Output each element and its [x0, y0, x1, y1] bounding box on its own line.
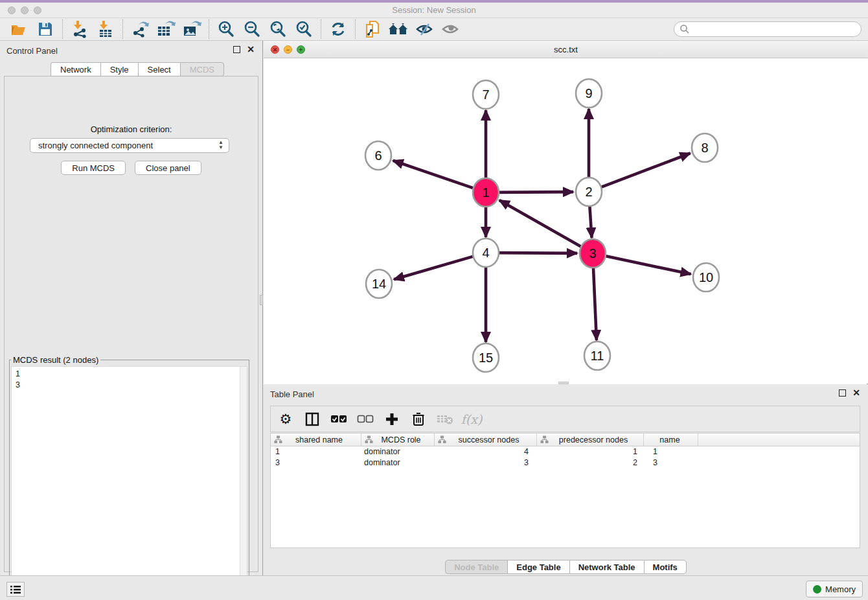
- table-cell[interactable]: 3: [644, 457, 698, 468]
- column-header-shared-name[interactable]: shared name: [271, 433, 361, 446]
- eye-icon: [440, 21, 460, 38]
- tab-motifs[interactable]: Motifs: [644, 560, 687, 574]
- import-table-button[interactable]: [93, 19, 119, 40]
- column-type-icon: [274, 435, 282, 444]
- graph-node-1[interactable]: 1: [473, 178, 499, 207]
- graph-edge-3-1[interactable]: [499, 200, 581, 247]
- mcds-result-item[interactable]: 1: [16, 369, 247, 380]
- delete-table-button[interactable]: [437, 411, 453, 428]
- table-cell[interactable]: dominator: [361, 446, 435, 457]
- export-network-button[interactable]: [127, 19, 153, 40]
- table-cell[interactable]: 1: [271, 446, 361, 457]
- network-graph[interactable]: 7968124314101511: [264, 58, 867, 384]
- graph-node-4[interactable]: 4: [473, 238, 499, 267]
- close-table-panel-icon[interactable]: ✕: [852, 389, 860, 397]
- graph-node-15[interactable]: 15: [473, 343, 499, 372]
- float-panel-icon[interactable]: [233, 46, 240, 53]
- graph-node-8[interactable]: 8: [692, 133, 718, 162]
- splitter-grip[interactable]: [260, 295, 263, 305]
- graph-node-14[interactable]: 14: [366, 270, 392, 298]
- column-header-successor-nodes[interactable]: successor nodes: [435, 433, 537, 446]
- open-session-button[interactable]: [6, 19, 32, 40]
- network-window-titlebar[interactable]: ✕ − + scc.txt: [264, 41, 868, 58]
- mcds-result-item[interactable]: 3: [16, 380, 247, 391]
- graph-node-2[interactable]: 2: [576, 178, 602, 206]
- deselect-all-button[interactable]: [357, 411, 374, 428]
- function-builder-button[interactable]: f(x): [463, 411, 480, 428]
- function-icon: f(x): [461, 412, 483, 426]
- criterion-select[interactable]: strongly connected component ▲▼: [30, 138, 229, 153]
- table-cell[interactable]: 3: [271, 457, 361, 468]
- table-row[interactable]: 1dominator411: [271, 446, 860, 457]
- graph-node-10[interactable]: 10: [693, 263, 719, 292]
- table-panel-title: Table Panel: [270, 389, 314, 399]
- graph-edge-2-8[interactable]: [602, 154, 691, 187]
- toolbar-search[interactable]: [674, 21, 862, 37]
- tab-select[interactable]: Select: [138, 62, 180, 76]
- first-neighbors-button[interactable]: [385, 19, 411, 40]
- zoom-fit-button[interactable]: [265, 19, 291, 40]
- search-input[interactable]: [690, 23, 861, 36]
- column-header-mcds-role[interactable]: MCDS role: [361, 433, 435, 446]
- tab-mcds[interactable]: MCDS: [180, 62, 224, 76]
- graph-node-7[interactable]: 7: [473, 80, 499, 109]
- graph-node-9[interactable]: 9: [576, 79, 602, 108]
- graph-edge-3-10[interactable]: [606, 256, 691, 274]
- clone-network-button[interactable]: [360, 19, 385, 40]
- svg-text:10: 10: [699, 270, 713, 284]
- task-history-button[interactable]: [6, 582, 25, 597]
- column-header-name[interactable]: name: [644, 433, 698, 446]
- tab-edge-table[interactable]: Edge Table: [507, 560, 569, 574]
- zoom-in-button[interactable]: [213, 19, 239, 40]
- import-network-button[interactable]: [67, 19, 93, 40]
- column-header-predecessor-nodes[interactable]: predecessor nodes: [537, 433, 644, 446]
- graph-edge-4-3[interactable]: [499, 253, 577, 253]
- result-scrollbar[interactable]: [240, 367, 247, 587]
- save-session-button[interactable]: [32, 19, 58, 40]
- graph-edge-3-11[interactable]: [593, 267, 597, 340]
- graph-node-6[interactable]: 6: [365, 141, 391, 170]
- table-cell[interactable]: dominator: [361, 457, 435, 468]
- graph-edge-4-14[interactable]: [394, 257, 473, 279]
- zoom-selected-button[interactable]: [291, 19, 317, 40]
- export-table-button[interactable]: [153, 19, 179, 40]
- close-panel-icon[interactable]: ✕: [247, 46, 255, 53]
- zoom-out-button[interactable]: [239, 19, 265, 40]
- checked-boxes-icon: [330, 415, 347, 424]
- show-columns-button[interactable]: [304, 411, 321, 428]
- network-canvas[interactable]: 7968124314101511: [264, 58, 867, 384]
- memory-button[interactable]: Memory: [806, 581, 863, 597]
- show-all-button[interactable]: [437, 19, 463, 40]
- export-image-button[interactable]: [179, 19, 205, 40]
- graph-edge-2-3[interactable]: [589, 205, 591, 238]
- table-cell[interactable]: 4: [435, 446, 537, 457]
- float-table-panel-icon[interactable]: [839, 389, 846, 397]
- table-settings-button[interactable]: ⚙: [277, 411, 294, 428]
- table-row[interactable]: 3dominator323: [271, 457, 860, 468]
- add-row-button[interactable]: [383, 411, 400, 428]
- tab-style[interactable]: Style: [100, 62, 138, 76]
- close-panel-button[interactable]: Close panel: [135, 161, 201, 175]
- graph-node-11[interactable]: 11: [584, 341, 610, 370]
- tab-network-table[interactable]: Network Table: [569, 560, 644, 574]
- houses-icon: [387, 21, 409, 38]
- run-mcds-button[interactable]: Run MCDS: [61, 161, 126, 175]
- mcds-result-list[interactable]: 13: [11, 366, 247, 588]
- tab-network[interactable]: Network: [51, 62, 100, 76]
- table-cell[interactable]: 3: [435, 457, 537, 468]
- graph-edge-1-2[interactable]: [499, 192, 573, 192]
- table-cell[interactable]: 1: [644, 446, 698, 457]
- delete-row-button[interactable]: [410, 411, 427, 428]
- zoom-fit-icon: [269, 20, 287, 38]
- graph-edge-1-6[interactable]: [393, 161, 473, 188]
- window-title: Session: New Session: [0, 5, 868, 15]
- graph-node-3[interactable]: 3: [580, 239, 606, 268]
- tab-node-table[interactable]: Node Table: [445, 560, 507, 574]
- table-cell[interactable]: 2: [537, 457, 644, 468]
- apply-layout-button[interactable]: [325, 19, 351, 40]
- hide-selected-button[interactable]: [411, 19, 437, 40]
- table-cell[interactable]: 1: [537, 446, 644, 457]
- select-all-button[interactable]: [330, 411, 347, 428]
- memory-status-icon: [813, 585, 821, 594]
- trash-icon: [412, 411, 425, 426]
